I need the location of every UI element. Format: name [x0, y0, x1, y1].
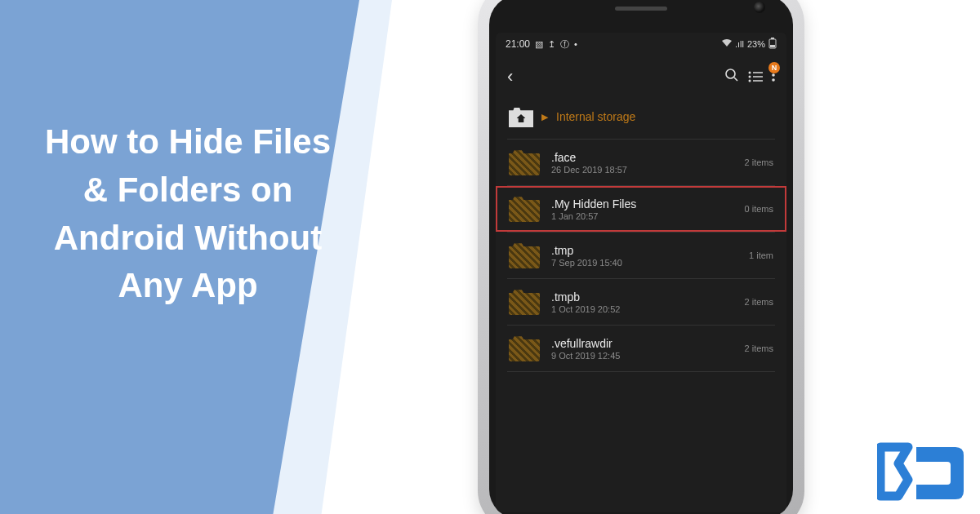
status-time: 21:00: [506, 38, 530, 50]
phone-speaker: [615, 7, 667, 11]
folder-icon: [509, 335, 540, 361]
phone-brand-label: SAMSUNG: [478, 0, 804, 2]
item-name: .tmp: [551, 244, 737, 257]
phone-frame: SAMSUNG 21:00 ▧ ↥ ⓕ • .ıll 23%: [478, 0, 804, 514]
item-date: 26 Dec 2019 18:57: [551, 165, 733, 175]
brand-logo: [877, 441, 967, 507]
home-folder-icon: [509, 106, 533, 127]
item-name: .tmpb: [551, 290, 733, 304]
divider: [507, 371, 775, 372]
svg-rect-1: [771, 38, 774, 39]
view-list-icon[interactable]: [747, 70, 764, 83]
back-icon[interactable]: ‹: [507, 66, 513, 87]
facebook-icon: ⓕ: [560, 38, 569, 51]
svg-point-5: [749, 72, 751, 74]
item-date: 1 Oct 2019 20:52: [551, 304, 733, 314]
phone-screen: 21:00 ▧ ↥ ⓕ • .ıll 23%: [496, 33, 786, 512]
app-bar: ‹ N: [496, 55, 786, 98]
list-item[interactable]: .tmp 7 Sep 2019 15:40 1 item: [496, 233, 786, 278]
wifi-icon: [722, 39, 732, 49]
phone-bezel: 21:00 ▧ ↥ ⓕ • .ıll 23%: [489, 0, 793, 514]
notification-badge: N: [768, 62, 780, 73]
svg-point-9: [749, 80, 751, 82]
folder-icon: [509, 242, 540, 268]
battery-text: 23%: [747, 39, 765, 49]
file-list: .face 26 Dec 2019 18:57 2 items .My Hidd…: [496, 140, 786, 512]
status-bar: 21:00 ▧ ↥ ⓕ • .ıll 23%: [496, 33, 786, 55]
svg-point-7: [749, 76, 751, 78]
item-date: 9 Oct 2019 12:45: [551, 351, 733, 361]
list-item[interactable]: .vefullrawdir 9 Oct 2019 12:45 2 items: [496, 326, 786, 371]
item-name: .My Hidden Files: [551, 197, 733, 210]
list-item[interactable]: .face 26 Dec 2019 18:57 2 items: [496, 140, 786, 185]
item-count: 2 items: [745, 297, 773, 307]
breadcrumb[interactable]: ▶ Internal storage: [496, 98, 786, 139]
item-name: .vefullrawdir: [551, 337, 733, 350]
gallery-icon: ▧: [535, 39, 543, 50]
item-count: 2 items: [745, 157, 773, 167]
svg-point-12: [772, 73, 775, 77]
folder-icon: [509, 196, 540, 222]
more-options-icon[interactable]: N: [772, 69, 775, 85]
list-item[interactable]: .My Hidden Files 1 Jan 20:57 0 items: [496, 186, 786, 232]
dot-icon: •: [574, 39, 577, 49]
battery-icon: [768, 38, 777, 51]
signal-icon: .ıll: [735, 39, 744, 49]
item-count: 2 items: [745, 343, 773, 353]
item-count: 1 item: [749, 250, 773, 260]
svg-point-3: [726, 69, 735, 78]
item-count: 0 items: [745, 204, 773, 214]
folder-icon: [509, 289, 540, 315]
breadcrumb-label: Internal storage: [556, 110, 635, 123]
svg-line-4: [734, 78, 737, 81]
item-date: 7 Sep 2019 15:40: [551, 258, 737, 268]
svg-point-13: [772, 78, 775, 82]
search-icon[interactable]: [724, 68, 739, 86]
list-item[interactable]: .tmpb 1 Oct 2019 20:52 2 items: [496, 279, 786, 325]
notification-icon: ↥: [548, 39, 555, 50]
folder-icon: [509, 149, 540, 175]
item-name: .face: [551, 151, 733, 164]
svg-rect-2: [770, 45, 775, 47]
phone-camera: [754, 2, 765, 13]
chevron-right-icon: ▶: [541, 112, 548, 122]
page-title: How to Hide Files & Folders on Android W…: [33, 118, 343, 310]
item-date: 1 Jan 20:57: [551, 211, 733, 221]
